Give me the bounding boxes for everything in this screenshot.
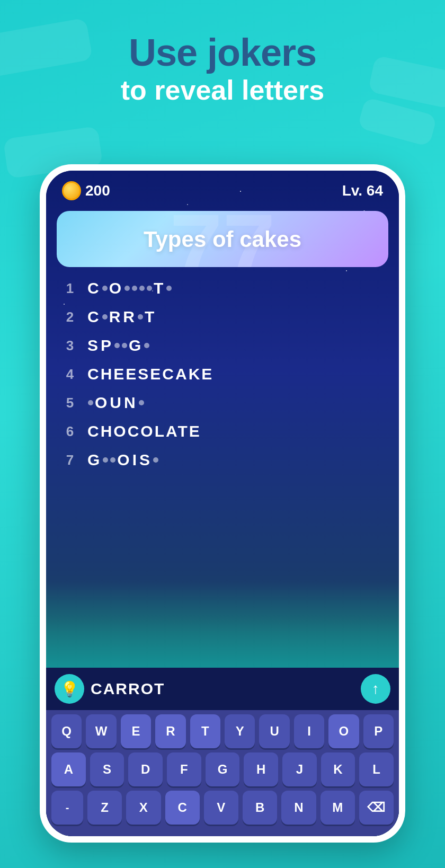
key-dash[interactable]: - — [51, 791, 83, 825]
key-C[interactable]: C — [165, 791, 200, 825]
header-area: Use jokers to reveal letters — [0, 32, 445, 107]
key-L[interactable]: L — [359, 752, 394, 786]
hint-button[interactable]: 💡 — [55, 674, 84, 704]
word-num-3: 3 — [62, 338, 78, 354]
word-row-1: 1 COT — [57, 275, 388, 302]
key-J[interactable]: J — [282, 752, 317, 786]
top-bar: 200 Lv. 64 — [46, 171, 399, 206]
word-list: 1 COT 2 CRRT 3 SPG 4 — [57, 275, 388, 473]
word-row-6: 6 CHOCOLATE — [57, 418, 388, 445]
key-Z[interactable]: Z — [87, 791, 122, 825]
category-card: 77 Types of cakes — [57, 211, 388, 267]
key-Y[interactable]: Y — [225, 714, 255, 748]
key-U[interactable]: U — [259, 714, 289, 748]
keyboard: Q W E R T Y U I O P A S D F G — [46, 710, 399, 836]
key-F[interactable]: F — [167, 752, 201, 786]
lightbulb-icon: 💡 — [60, 680, 79, 698]
header-line2: to reveal letters — [0, 74, 445, 107]
phone-screen: 200 Lv. 64 77 Types of cakes 1 COT 2 CRR… — [46, 171, 399, 836]
word-display-3: SPG — [87, 336, 150, 355]
keyboard-row-3: - Z X C V B N M ⌫ — [51, 791, 394, 825]
key-backspace[interactable]: ⌫ — [359, 791, 394, 825]
word-row-4: 4 CHEESECAKE — [57, 361, 388, 387]
input-area: 💡 ↑ Q W E R T Y U I O — [46, 668, 399, 836]
key-A[interactable]: A — [51, 752, 86, 786]
word-row-5: 5 OUN — [57, 389, 388, 416]
key-Q[interactable]: Q — [51, 714, 82, 748]
key-G[interactable]: G — [206, 752, 240, 786]
arrow-up-icon: ↑ — [372, 680, 379, 697]
word-num-5: 5 — [62, 395, 78, 411]
word-row-7: 7 GOIS — [57, 447, 388, 473]
word-display-7: GOIS — [87, 451, 159, 469]
level-display: Lv. 64 — [342, 182, 383, 199]
word-row-3: 3 SPG — [57, 332, 388, 359]
category-title: Types of cakes — [67, 227, 378, 252]
key-M[interactable]: M — [321, 791, 355, 825]
answer-input[interactable] — [91, 680, 354, 698]
key-D[interactable]: D — [128, 752, 163, 786]
coin-icon — [62, 181, 81, 200]
key-R[interactable]: R — [155, 714, 185, 748]
key-H[interactable]: H — [244, 752, 278, 786]
word-num-1: 1 — [62, 280, 78, 297]
text-input-row: 💡 ↑ — [46, 668, 399, 710]
submit-button[interactable]: ↑ — [361, 674, 390, 704]
word-display-4: CHEESECAKE — [87, 365, 213, 383]
key-S[interactable]: S — [90, 752, 124, 786]
key-X[interactable]: X — [126, 791, 161, 825]
keyboard-row-1: Q W E R T Y U I O P — [51, 714, 394, 748]
word-num-4: 4 — [62, 366, 78, 383]
key-V[interactable]: V — [204, 791, 238, 825]
word-num-7: 7 — [62, 452, 78, 468]
key-T[interactable]: T — [190, 714, 220, 748]
header-line1: Use jokers — [0, 32, 445, 74]
key-N[interactable]: N — [281, 791, 316, 825]
key-W[interactable]: W — [86, 714, 116, 748]
word-display-6: CHOCOLATE — [87, 422, 201, 440]
word-display-5: OUN — [87, 394, 145, 412]
word-num-6: 6 — [62, 423, 78, 440]
key-P[interactable]: P — [363, 714, 394, 748]
word-num-2: 2 — [62, 309, 78, 325]
phone-frame: 200 Lv. 64 77 Types of cakes 1 COT 2 CRR… — [40, 164, 405, 843]
key-E[interactable]: E — [121, 714, 151, 748]
word-display-1: COT — [87, 279, 172, 297]
key-I[interactable]: I — [294, 714, 324, 748]
key-B[interactable]: B — [243, 791, 277, 825]
key-O[interactable]: O — [328, 714, 359, 748]
key-K[interactable]: K — [321, 752, 355, 786]
coin-count: 200 — [85, 182, 110, 199]
coin-display: 200 — [62, 181, 110, 200]
keyboard-row-2: A S D F G H J K L — [51, 752, 394, 786]
word-row-2: 2 CRRT — [57, 304, 388, 330]
word-display-2: CRRT — [87, 308, 156, 326]
